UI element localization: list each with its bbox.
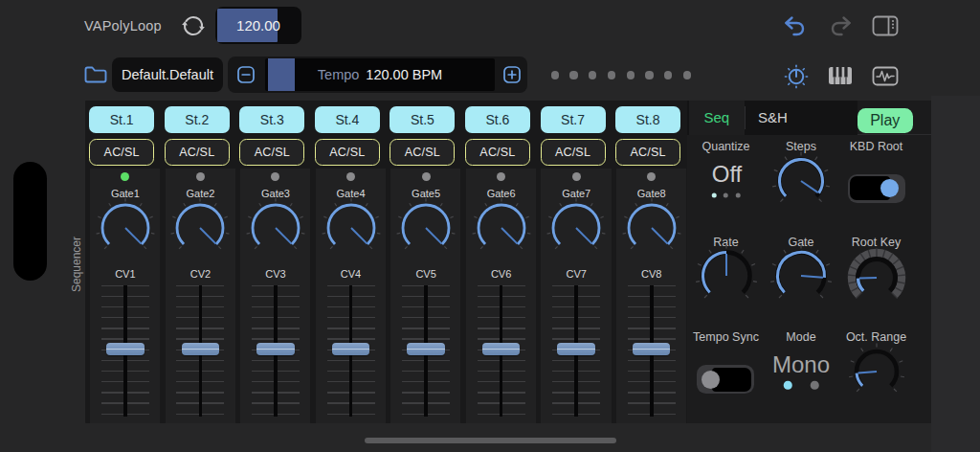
selector-dot[interactable]: [711, 192, 716, 197]
gate-knob[interactable]: [471, 197, 532, 259]
preset-selector[interactable]: Default.Default: [112, 57, 223, 92]
accent-slide-button[interactable]: AC/SL: [615, 139, 680, 166]
quantize-page-dots[interactable]: [711, 192, 741, 197]
page-dot[interactable]: [627, 71, 635, 79]
accent-slide-button[interactable]: AC/SL: [541, 139, 606, 166]
page-dot[interactable]: [683, 71, 691, 79]
gate-knob[interactable]: [546, 197, 607, 259]
cv-slider[interactable]: [316, 284, 387, 418]
sequencer-rail-label: Sequencer: [70, 237, 83, 292]
accent-slide-button[interactable]: AC/SL: [315, 139, 380, 166]
page-dot[interactable]: [608, 71, 615, 79]
cv-slider-label: CV6: [466, 268, 537, 280]
cv-slider[interactable]: [541, 284, 612, 418]
piano-keyboard-icon[interactable]: [828, 66, 853, 85]
page-dot[interactable]: [569, 71, 577, 79]
page-dot[interactable]: [645, 71, 653, 79]
page-dot[interactable]: [589, 71, 596, 79]
step-button[interactable]: St.5: [390, 106, 455, 133]
rate-knob[interactable]: [692, 241, 761, 314]
undo-icon[interactable]: [782, 14, 807, 37]
gate-knob[interactable]: [95, 197, 156, 259]
cv-slider[interactable]: [466, 284, 537, 418]
sync-loop-icon[interactable]: [180, 12, 207, 39]
knob-controls-icon[interactable]: [783, 62, 810, 89]
tempo-plus-button[interactable]: [503, 66, 521, 83]
step-active-dot: [422, 172, 431, 181]
page-indicator-dots[interactable]: [551, 68, 700, 83]
oct-range-knob[interactable]: [843, 338, 910, 409]
mode-value[interactable]: Mono: [772, 351, 830, 378]
gate-knob-svg: [470, 196, 533, 260]
gate-knob-svg: [394, 196, 457, 260]
kbd-root-toggle[interactable]: [848, 174, 905, 203]
gate-knob-svg: [620, 196, 683, 260]
sidebar-panel-icon[interactable]: [872, 15, 899, 36]
root-key-knob[interactable]: [842, 243, 911, 316]
cv-slider[interactable]: [616, 284, 687, 418]
quantize-value[interactable]: Off: [712, 161, 743, 188]
cv-slider-handle[interactable]: [182, 343, 220, 355]
oct-range-knob-svg: [843, 338, 910, 405]
cv-slider-label: CV5: [390, 268, 461, 280]
gate-knob[interactable]: [621, 197, 682, 259]
sequencer-column: St.8 AC/SL Gate8 CV8: [615, 101, 686, 423]
tab-seq[interactable]: Seq: [689, 101, 745, 136]
waveform-icon[interactable]: [872, 66, 899, 86]
gate-knob[interactable]: [321, 197, 382, 259]
step-active-dot: [647, 172, 656, 181]
accent-slide-button[interactable]: AC/SL: [390, 139, 455, 166]
cv-slider-handle[interactable]: [407, 343, 445, 355]
selector-dot[interactable]: [724, 192, 728, 197]
accent-slide-button[interactable]: AC/SL: [165, 139, 230, 166]
accent-slide-button[interactable]: AC/SL: [239, 139, 304, 166]
cv-slider[interactable]: [240, 284, 311, 418]
kbd-root-toggle-thumb: [880, 179, 899, 197]
selector-dot[interactable]: [736, 192, 741, 197]
cv-slider-handle[interactable]: [557, 343, 595, 355]
selector-dot[interactable]: [811, 381, 819, 390]
bpm-display[interactable]: 120.00: [215, 7, 301, 44]
tab-sh[interactable]: S&H: [746, 101, 800, 136]
cv-slider-handle[interactable]: [332, 343, 370, 355]
cv-slider[interactable]: [165, 284, 235, 418]
cv-slider-handle[interactable]: [633, 343, 671, 355]
mode-dots[interactable]: [784, 381, 819, 390]
gate-knob[interactable]: [395, 197, 457, 259]
redo-icon[interactable]: [829, 14, 854, 37]
selector-dot[interactable]: [784, 381, 792, 390]
plugin-title: VAPolyLoop: [84, 18, 162, 34]
home-indicator[interactable]: [365, 438, 616, 444]
step-button[interactable]: St.7: [541, 106, 606, 133]
tempo-slider[interactable]: Tempo 120.00 BPM: [265, 58, 495, 91]
step-button[interactable]: St.1: [89, 106, 154, 133]
step-button[interactable]: St.4: [315, 106, 380, 133]
accent-slide-button[interactable]: AC/SL: [89, 139, 154, 166]
gate-knob[interactable]: [245, 197, 306, 259]
cv-slider[interactable]: [390, 284, 461, 418]
cv-slider[interactable]: [90, 284, 161, 418]
tempo-sync-toggle[interactable]: [697, 365, 754, 394]
tempo-minus-button[interactable]: [237, 66, 255, 83]
folder-icon[interactable]: [83, 63, 108, 86]
step-button[interactable]: St.8: [615, 106, 680, 133]
cv-slider-handle[interactable]: [482, 343, 521, 355]
app-root: VAPolyLoop 120.00 Default.Default Te: [0, 0, 980, 452]
sequencer-column: St.2 AC/SL Gate2 CV2: [165, 101, 235, 423]
side-grip-pill[interactable]: [13, 162, 47, 281]
gate-knob[interactable]: [169, 197, 231, 259]
step-button[interactable]: St.2: [165, 106, 230, 133]
gate-knob-svg: [94, 196, 157, 260]
page-dot[interactable]: [664, 71, 672, 79]
cv-slider-handle[interactable]: [106, 343, 145, 355]
step-button[interactable]: St.6: [465, 106, 530, 133]
play-button[interactable]: Play: [858, 108, 913, 133]
accent-slide-button[interactable]: AC/SL: [465, 139, 530, 166]
steps-knob[interactable]: [768, 147, 835, 218]
page-dot[interactable]: [551, 71, 559, 79]
gate-knob[interactable]: [767, 241, 835, 314]
cv-slider-handle[interactable]: [256, 343, 295, 355]
step-button[interactable]: St.3: [239, 106, 304, 133]
sequencer-column: St.1 AC/SL Gate1 CV1: [89, 101, 160, 423]
root-key-knob-svg: [842, 243, 911, 312]
